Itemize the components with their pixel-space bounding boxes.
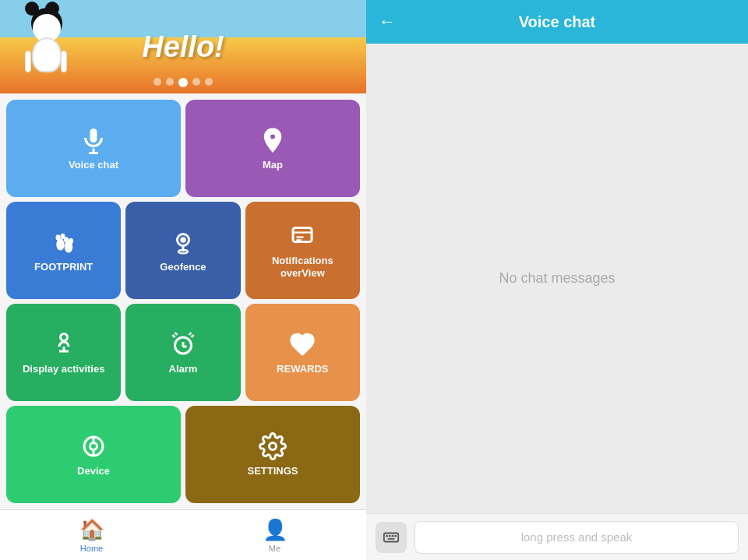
notifications-tile[interactable]: Notifications overView — [245, 202, 360, 299]
notifications-label: Notifications overView — [252, 255, 354, 279]
me-icon: 👤 — [263, 518, 288, 542]
footprint-icon — [50, 228, 78, 256]
geofence-label: Geofence — [160, 261, 206, 273]
keyboard-button[interactable] — [376, 522, 407, 553]
footprint-label: FOOTPRINT — [34, 261, 93, 273]
device-tile[interactable]: Device — [6, 406, 181, 503]
map-tile[interactable]: Map — [185, 100, 360, 197]
svg-point-3 — [270, 133, 276, 139]
home-label: Home — [80, 544, 103, 553]
map-label: Map — [263, 159, 283, 171]
mic-icon — [79, 126, 108, 154]
settings-label: SETTINGS — [247, 465, 298, 477]
svg-point-4 — [57, 239, 64, 250]
geofence-tile[interactable]: Geofence — [125, 202, 240, 299]
chat-area: No chat messages — [366, 44, 748, 513]
hero-text: Hello! — [142, 30, 224, 64]
svg-point-8 — [64, 238, 68, 242]
grid-row-3: Display activities Alarm REWARDS — [6, 304, 360, 401]
svg-point-7 — [61, 234, 65, 238]
me-label: Me — [269, 544, 280, 553]
svg-point-25 — [90, 442, 97, 449]
voice-speak-label: long press and speak — [521, 530, 633, 544]
dot-3 — [178, 78, 188, 87]
display-activities-label: Display activities — [23, 363, 105, 375]
voice-chat-header: ← Voice chat — [366, 0, 748, 44]
alarm-label: Alarm — [169, 363, 198, 375]
keyboard-icon — [383, 529, 400, 546]
dot-2 — [166, 78, 174, 86]
svg-point-11 — [181, 238, 185, 242]
svg-point-28 — [270, 442, 277, 449]
hero-banner: Hello! — [0, 0, 366, 93]
dot-4 — [192, 78, 200, 86]
home-icon: 🏠 — [79, 518, 104, 542]
notifications-icon — [288, 222, 316, 250]
geofence-icon — [169, 228, 197, 256]
alarm-tile[interactable]: Alarm — [125, 304, 240, 401]
activities-icon — [50, 330, 78, 358]
svg-rect-14 — [293, 227, 312, 241]
svg-rect-29 — [384, 533, 398, 541]
footprint-tile[interactable]: FOOTPRINT — [6, 202, 121, 299]
rewards-icon — [288, 330, 316, 358]
svg-rect-0 — [90, 129, 97, 143]
device-label: Device — [77, 465, 110, 477]
voice-chat-label: Voice chat — [69, 159, 118, 171]
device-icon — [79, 432, 108, 460]
grid-row-4: Device SETTINGS — [6, 406, 360, 503]
hero-dots — [153, 78, 213, 87]
dot-1 — [153, 78, 161, 86]
voice-input-bar: long press and speak — [366, 513, 748, 560]
empty-message: No chat messages — [499, 270, 615, 287]
alarm-icon — [169, 330, 197, 358]
svg-point-18 — [60, 333, 67, 340]
grid-row-1: Voice chat Map — [6, 100, 360, 197]
voice-chat-title: Voice chat — [519, 13, 596, 31]
map-pin-icon — [259, 126, 287, 154]
bottom-nav: 🏠 Home 👤 Me — [0, 509, 366, 560]
app-grid: Voice chat Map F — [0, 93, 366, 509]
settings-icon — [259, 432, 287, 460]
right-panel: ← Voice chat No chat messages long press… — [366, 0, 748, 560]
rewards-label: REWARDS — [277, 363, 328, 375]
rewards-tile[interactable]: REWARDS — [245, 304, 360, 401]
back-button[interactable]: ← — [379, 12, 396, 32]
voice-chat-tile[interactable]: Voice chat — [6, 100, 181, 197]
voice-speak-button[interactable]: long press and speak — [415, 521, 739, 554]
svg-point-6 — [56, 235, 60, 240]
nav-home[interactable]: 🏠 Home — [0, 510, 183, 560]
svg-point-9 — [69, 238, 72, 243]
settings-tile[interactable]: SETTINGS — [185, 406, 360, 503]
dot-5 — [205, 78, 213, 86]
grid-row-2: FOOTPRINT Geofence Notifications — [6, 202, 360, 299]
left-panel: Hello! Voice chat — [0, 0, 366, 560]
nav-me[interactable]: 👤 Me — [183, 510, 366, 560]
display-activities-tile[interactable]: Display activities — [6, 304, 121, 401]
